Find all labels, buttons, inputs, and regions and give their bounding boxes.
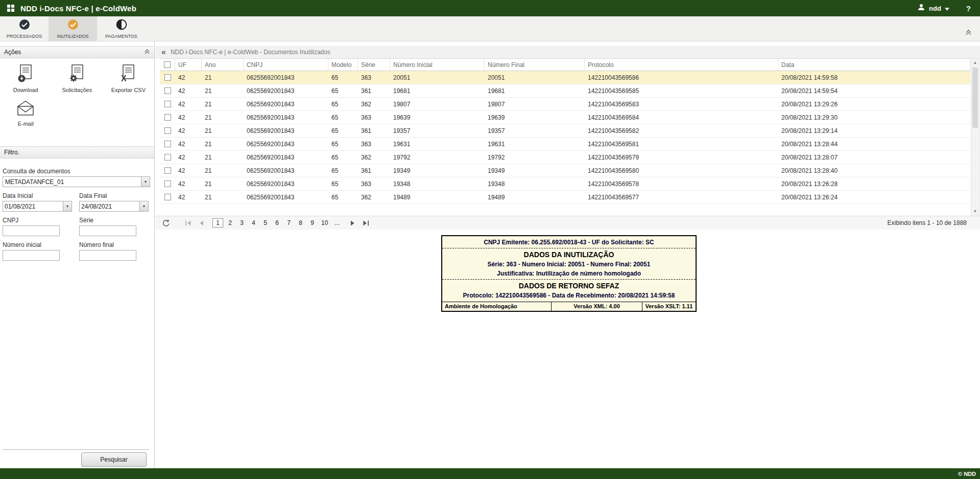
vertical-scrollbar[interactable]: ▲ ▼: [971, 58, 979, 216]
tab-processados[interactable]: PROCESSADOS: [0, 16, 49, 41]
solicitacoes-button[interactable]: Solicitações: [52, 64, 103, 93]
data-inicial-dropdown-icon[interactable]: ▼: [63, 201, 71, 211]
scroll-down-icon[interactable]: ▼: [971, 208, 979, 215]
next-page-button[interactable]: [350, 220, 355, 226]
tab-pagamentos[interactable]: PAGAMENTOS: [97, 16, 146, 41]
cell-serie: 363: [358, 177, 390, 190]
page-...[interactable]: ...: [332, 219, 342, 227]
column-header-cnpj[interactable]: CNPJ: [244, 59, 328, 71]
table-row[interactable]: 4221062556920018436536320051200511422100…: [160, 71, 970, 84]
cell-numero-final: 19348: [485, 177, 585, 190]
cell-serie: 362: [358, 191, 390, 203]
row-checkbox[interactable]: [164, 167, 171, 174]
cell-modelo: 65: [328, 164, 358, 177]
page-6[interactable]: 6: [272, 219, 282, 227]
cell-protocolo: 142210043569577: [585, 191, 778, 203]
download-button[interactable]: Download: [0, 64, 52, 93]
cell-modelo: 65: [328, 191, 358, 203]
row-checkbox-cell: [160, 138, 175, 150]
column-header-protocolo[interactable]: Protocolo: [585, 59, 778, 71]
table-row[interactable]: 4221062556920018436536219489194891422100…: [160, 191, 970, 204]
user-menu[interactable]: ndd ?: [917, 3, 971, 13]
page-5[interactable]: 5: [260, 219, 270, 227]
exportar-csv-button[interactable]: X Exportar CSV: [103, 64, 154, 93]
first-page-button[interactable]: [185, 220, 192, 226]
cell-cnpj: 06255692001843: [244, 191, 328, 203]
page-3[interactable]: 3: [237, 219, 247, 227]
table-row[interactable]: 4221062556920018436536119681196811422100…: [160, 84, 970, 98]
row-checkbox-cell: [160, 71, 175, 84]
table-row[interactable]: 4221062556920018436536319639196391422100…: [160, 111, 970, 124]
tab-inutilizados[interactable]: INUTILIZADOS: [49, 16, 97, 41]
column-header-numero-inicial[interactable]: Número Inicial: [390, 59, 485, 71]
cnpj-label: CNPJ: [3, 217, 72, 224]
column-header-data[interactable]: Data: [778, 59, 970, 71]
help-icon[interactable]: ?: [966, 4, 971, 13]
cell-numero-final: 19631: [485, 138, 585, 150]
prev-page-button[interactable]: [199, 220, 204, 226]
cell-numero-final: 19807: [485, 98, 585, 110]
column-header-modelo[interactable]: Modelo: [328, 59, 358, 71]
page-10[interactable]: 10: [319, 219, 330, 227]
app-grid-icon[interactable]: [7, 5, 14, 12]
cnpj-input[interactable]: [3, 225, 60, 236]
cell-numero-inicial: 19681: [390, 84, 485, 97]
column-header-serie[interactable]: Série: [358, 59, 390, 71]
column-header-uf[interactable]: UF: [175, 59, 202, 71]
row-checkbox[interactable]: [164, 114, 171, 121]
numero-final-input[interactable]: [79, 250, 136, 261]
scroll-up-icon[interactable]: ▲: [971, 59, 979, 66]
table-row[interactable]: 4221062556920018436536219807198071422100…: [160, 98, 970, 111]
cell-ano: 21: [202, 191, 244, 203]
row-checkbox[interactable]: [164, 194, 171, 200]
pagination-bar: 12345678910... Exibindo itens 1 - 10 de …: [155, 216, 980, 230]
row-checkbox[interactable]: [164, 154, 171, 161]
cell-modelo: 65: [328, 84, 358, 97]
column-header-ano[interactable]: Ano: [202, 59, 244, 71]
email-button[interactable]: E-mail: [0, 100, 52, 127]
table-row[interactable]: 4221062556920018436536219792197921422100…: [160, 151, 970, 164]
data-inicial-input[interactable]: [3, 202, 63, 211]
page-4[interactable]: 4: [249, 219, 258, 227]
top-header: NDD i-Docs NFC-e | e-ColdWeb ndd ?: [0, 0, 980, 16]
page-8[interactable]: 8: [296, 219, 305, 227]
page-2[interactable]: 2: [225, 219, 235, 227]
row-checkbox-cell: [160, 164, 175, 177]
row-checkbox[interactable]: [164, 141, 171, 147]
refresh-button[interactable]: [162, 219, 170, 227]
last-page-button[interactable]: [363, 220, 369, 226]
table-row[interactable]: 4221062556920018436536319631196311422100…: [160, 138, 970, 151]
row-checkbox[interactable]: [164, 101, 171, 107]
actions-panel-header: Ações: [0, 46, 154, 58]
page-1[interactable]: 1: [212, 218, 223, 227]
select-all-checkbox[interactable]: [164, 61, 171, 68]
table-row[interactable]: 4221062556920018436536119349193491422100…: [160, 164, 970, 177]
consulta-dropdown-icon[interactable]: ▼: [141, 177, 150, 187]
ribbon-collapse-icon[interactable]: [965, 29, 972, 38]
row-checkbox[interactable]: [164, 127, 171, 134]
row-checkbox[interactable]: [164, 74, 171, 81]
serie-input[interactable]: [79, 225, 136, 236]
consulta-select[interactable]: METADATANFCE_01 ▼: [3, 176, 150, 187]
cell-serie: 362: [358, 151, 390, 164]
column-header-numero-final[interactable]: Número Final: [485, 59, 585, 71]
cell-data: 20/08/2021 14:59:54: [778, 84, 970, 97]
scrollbar-thumb[interactable]: [972, 67, 978, 128]
numero-inicial-input[interactable]: [3, 250, 60, 261]
cell-data: 20/08/2021 13:29:26: [778, 98, 970, 110]
row-checkbox[interactable]: [164, 180, 171, 187]
row-checkbox[interactable]: [164, 87, 171, 94]
actions-collapse-icon[interactable]: [144, 49, 150, 56]
breadcrumb-back-icon[interactable]: «: [161, 46, 166, 58]
data-final-input[interactable]: [80, 202, 139, 211]
data-final-dropdown-icon[interactable]: ▼: [139, 201, 148, 211]
table-row[interactable]: 4221062556920018436536119357193571422100…: [160, 124, 970, 138]
app-title: NDD i-Docs NFC-e | e-ColdWeb: [20, 4, 136, 13]
pesquisar-button[interactable]: Pesquisar: [81, 452, 147, 467]
page-9[interactable]: 9: [307, 219, 317, 227]
filter-panel-header: Filtro.: [0, 146, 154, 158]
cell-data: 20/08/2021 13:26:28: [778, 177, 970, 190]
table-row[interactable]: 4221062556920018436536319348193481422100…: [160, 177, 970, 191]
cell-cnpj: 06255692001843: [244, 138, 328, 150]
page-7[interactable]: 7: [284, 219, 294, 227]
